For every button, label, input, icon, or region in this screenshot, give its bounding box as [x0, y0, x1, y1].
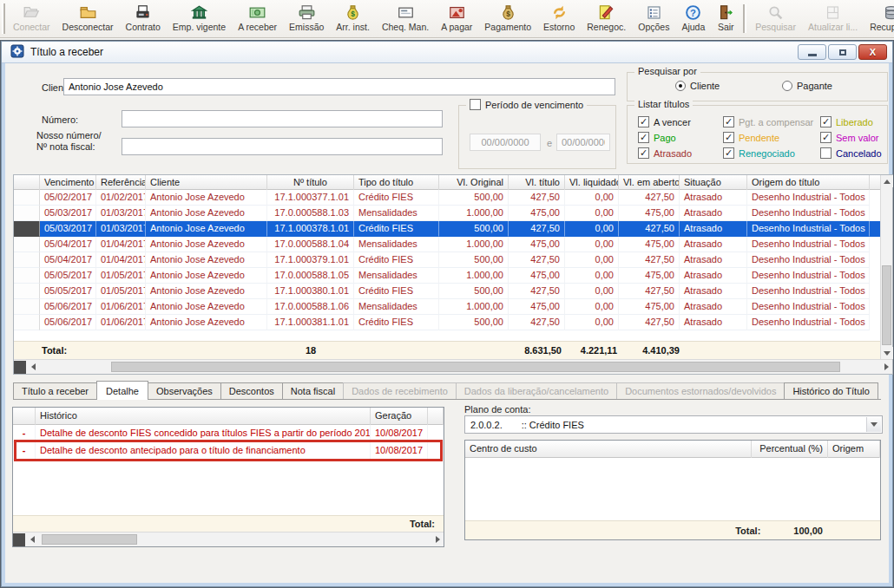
row-selector-cell[interactable] [14, 315, 40, 330]
grid-row-3[interactable]: 05/03/201701/03/2017Antonio Jose Azevedo… [14, 221, 880, 237]
toolbar-button-emp-vigente[interactable]: Emp. vigente [167, 1, 232, 36]
tab-descontos[interactable]: Descontos [220, 382, 283, 399]
grid-horizontal-scrollbar[interactable] [14, 359, 892, 374]
grid-row-9[interactable]: 05/06/201701/06/2017Antonio Jose Azevedo… [14, 315, 880, 330]
grid-row-1[interactable]: 05/02/201701/02/2017Antonio Jose Azevedo… [14, 190, 880, 206]
tab-dados-da-libera-o-cancelamento[interactable]: Dados da liberação/cancelamento [456, 382, 617, 399]
close-button[interactable]: X [858, 44, 887, 60]
historico-header-blank[interactable] [428, 408, 444, 425]
historico-row-2[interactable]: -Detalhe de desconto FIES concedido para… [13, 425, 444, 442]
nosso-numero-input[interactable] [122, 138, 443, 155]
checkbox-liberado[interactable]: ✓Liberado [820, 116, 873, 127]
cost-column-header-3[interactable]: Origem [828, 441, 880, 458]
vscroll-thumb[interactable] [882, 265, 891, 345]
grid-row-5[interactable]: 05/04/201701/04/2017Antonio Jose Azevedo… [14, 252, 880, 268]
toolbar-button-renegoc[interactable]: Renegoc. [581, 1, 632, 36]
grid-column-header-8[interactable]: Vl. liquidado [565, 175, 619, 190]
historico-column-header-histórico[interactable]: Histórico [36, 408, 371, 425]
plano-de-conta-combobox[interactable]: 2.0.0.2. :: Crédito FIES [464, 415, 883, 434]
toolbar-button-a-pagar[interactable]: A pagar [435, 1, 478, 36]
grid-column-header-7[interactable]: Vl. título [509, 175, 565, 190]
toolbar-button-a-receber[interactable]: A receber [232, 1, 283, 36]
scroll-left-button[interactable] [26, 533, 38, 546]
toolbar-button-conectar[interactable]: Conectar [7, 1, 56, 36]
row-selector-cell[interactable] [14, 221, 40, 237]
grid-header-selector[interactable] [14, 175, 40, 190]
checkbox-atrasado[interactable]: ✓Atrasado [638, 147, 692, 159]
date-to-input[interactable] [556, 134, 610, 151]
grid-column-header-3[interactable]: Cliente [146, 175, 267, 190]
grid-row-6[interactable]: 05/05/201701/05/2017Antonio Jose Azevedo… [14, 268, 880, 284]
historico-column-header-geração[interactable]: Geração [371, 408, 428, 425]
tab-documentos-estornados-devolvidos[interactable]: Documentos estornados/devolvidos [616, 382, 785, 399]
window-titlebar[interactable]: Título a receber X [2, 42, 892, 63]
grid-row-2[interactable]: 05/03/201701/03/2017Antonio Jose Azevedo… [14, 206, 880, 221]
historico-horizontal-scrollbar[interactable] [13, 532, 444, 546]
grid-column-header-9[interactable]: Vl. em aberto [619, 175, 680, 190]
row-selector-cell[interactable] [14, 206, 40, 221]
grid-column-header-10[interactable]: Situação [680, 175, 747, 190]
grid-row-7[interactable]: 05/05/201701/05/2017Antonio Jose Azevedo… [14, 284, 880, 299]
toolbar-button-sair[interactable]: Sair [711, 1, 740, 36]
numero-input[interactable] [122, 110, 443, 127]
cost-column-header-1[interactable]: Centro de custo [465, 441, 752, 458]
radio-cliente[interactable]: Cliente [675, 81, 720, 91]
hscroll-thumb[interactable] [42, 534, 137, 545]
tab-dados-de-recebimento[interactable]: Dados de recebimento [343, 382, 457, 399]
scroll-left-button[interactable] [27, 361, 39, 373]
row-selector-cell[interactable] [14, 299, 40, 315]
collapse-minus-icon[interactable]: - [13, 425, 36, 442]
date-from-input[interactable] [470, 134, 541, 151]
historico-header-blank[interactable] [13, 408, 36, 425]
minimize-button[interactable] [798, 44, 826, 60]
toolbar-button-contrato[interactable]: Contrato [120, 1, 167, 36]
checkbox-pendente[interactable]: ✓Pendente [723, 132, 779, 143]
periodo-vencimento-checkbox[interactable] [470, 99, 481, 110]
toolbar-button-pesquisar[interactable]: Pesquisar [749, 1, 802, 36]
tab-detalhe[interactable]: Detalhe [96, 381, 148, 400]
historico-row-3[interactable]: -Detalhe de desconto antecipado para o t… [13, 442, 444, 460]
toolbar-button-desconectar[interactable]: Desconectar [56, 1, 120, 36]
toolbar-button-estorno[interactable]: Estorno [537, 1, 581, 36]
grid-row-4[interactable]: 05/04/201701/04/2017Antonio Jose Azevedo… [14, 237, 880, 252]
toolbar-button-cheq-man[interactable]: Cheq. Man. [376, 1, 435, 36]
tab-nota-fiscal[interactable]: Nota fiscal [282, 382, 344, 399]
combo-dropdown-button[interactable] [866, 417, 881, 432]
grid-column-header-1[interactable]: Vencimento [40, 175, 96, 190]
row-selector-cell[interactable] [14, 284, 40, 299]
grid-column-header-4[interactable]: Nº título [267, 175, 354, 190]
grid-row-8[interactable]: 05/06/201701/06/2017Antonio Jose Azevedo… [14, 299, 880, 315]
checkbox-a-vencer[interactable]: ✓A vencer [638, 116, 691, 127]
restore-button[interactable] [828, 44, 857, 60]
cost-column-header-2[interactable]: Percentual (%) [752, 441, 828, 458]
cliente-input[interactable] [63, 78, 615, 95]
checkbox-cancelado[interactable]: Cancelado [820, 147, 882, 159]
scroll-up-button[interactable] [881, 175, 893, 187]
toolbar-button-recuperar[interactable]: Recuperar [864, 1, 894, 36]
scroll-down-button[interactable] [881, 347, 893, 359]
radio-pagante[interactable]: Pagante [782, 81, 832, 91]
toolbar-button-op-es[interactable]: Opções [632, 1, 675, 36]
grid-column-header-11[interactable]: Origem do título [747, 175, 870, 190]
grid-column-header-2[interactable]: Referência [96, 175, 146, 190]
grid-column-header-5[interactable]: Tipo do título [354, 175, 439, 190]
row-selector-cell[interactable] [14, 252, 40, 268]
scroll-right-button[interactable] [880, 361, 892, 373]
tab-observa-es[interactable]: Observações [148, 382, 221, 399]
toolbar-button-arr-inst[interactable]: $Arr. inst. [330, 1, 376, 36]
toolbar-button-atualizar-li[interactable]: Atualizar li... [802, 1, 864, 36]
row-selector-cell[interactable] [14, 237, 40, 252]
checkbox-pgt-a-compensar[interactable]: ✓Pgt. a compensar [723, 116, 813, 127]
grid-vertical-scrollbar[interactable] [880, 175, 892, 359]
toolbar-button-emiss-o[interactable]: Emissão [283, 1, 330, 36]
grid-column-header-6[interactable]: Vl. Original [439, 175, 509, 190]
scroll-right-button[interactable] [431, 533, 444, 546]
hscroll-thumb[interactable] [111, 362, 840, 372]
checkbox-pago[interactable]: ✓Pago [638, 132, 676, 143]
row-selector-cell[interactable] [14, 268, 40, 284]
collapse-minus-icon[interactable]: - [13, 442, 36, 460]
row-selector-cell[interactable] [14, 190, 40, 206]
toolbar-button-pagamento[interactable]: $Pagamento [478, 1, 537, 36]
checkbox-renegociado[interactable]: ✓Renegociado [723, 147, 795, 159]
checkbox-sem-valor[interactable]: ✓Sem valor [820, 132, 879, 143]
